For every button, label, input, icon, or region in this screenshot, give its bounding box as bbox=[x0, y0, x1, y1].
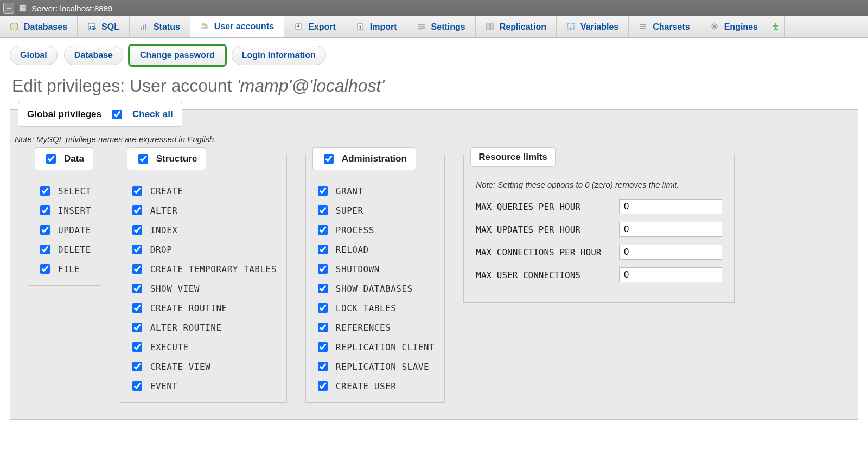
privilege-checkbox[interactable] bbox=[40, 264, 50, 274]
tab-label: Engines bbox=[724, 22, 758, 32]
privilege-checkbox[interactable] bbox=[132, 186, 142, 196]
page-content: Global Database Change password Login In… bbox=[0, 38, 868, 427]
privilege-checkbox[interactable] bbox=[318, 186, 328, 196]
privilege-checkbox[interactable] bbox=[318, 205, 328, 215]
tab-import[interactable]: Import bbox=[346, 16, 407, 37]
tab-more[interactable] bbox=[768, 16, 785, 37]
privilege-checkbox[interactable] bbox=[40, 245, 50, 254]
svg-rect-6 bbox=[141, 27, 142, 30]
users-icon bbox=[200, 22, 210, 31]
admin-group-checkbox[interactable] bbox=[324, 154, 334, 164]
svg-rect-11 bbox=[201, 27, 208, 29]
privilege-label: CREATE VIEW bbox=[150, 362, 210, 372]
privilege-row: SUPER bbox=[316, 204, 435, 217]
data-group-checkbox[interactable] bbox=[46, 154, 56, 164]
tab-databases[interactable]: Databases bbox=[0, 16, 78, 37]
privilege-checkbox[interactable] bbox=[132, 264, 142, 274]
privilege-checkbox[interactable] bbox=[132, 245, 142, 254]
privilege-label: INSERT bbox=[58, 205, 91, 216]
tab-engines[interactable]: Engines bbox=[700, 16, 768, 37]
tab-variables[interactable]: v Variables bbox=[557, 16, 629, 37]
privilege-row: LOCK TABLES bbox=[316, 301, 435, 314]
privilege-label: DELETE bbox=[58, 245, 91, 255]
privilege-label: ALTER ROUTINE bbox=[150, 323, 222, 333]
svg-rect-17 bbox=[487, 24, 489, 29]
privilege-checkbox[interactable] bbox=[132, 225, 142, 235]
title-account: 'mamp'@'localhost' bbox=[237, 76, 384, 95]
tab-user-accounts[interactable]: User accounts bbox=[190, 16, 284, 37]
privilege-checkbox[interactable] bbox=[132, 303, 142, 313]
privilege-row: INDEX bbox=[130, 223, 277, 236]
subtab-login-information[interactable]: Login Information bbox=[232, 46, 326, 65]
resource-limit-input[interactable] bbox=[619, 222, 722, 237]
resource-limit-label: MAX UPDATES PER HOUR bbox=[476, 224, 611, 235]
privilege-checkbox[interactable] bbox=[318, 381, 328, 391]
resource-limit-row: MAX CONNECTIONS PER HOUR bbox=[476, 245, 722, 260]
charsets-icon bbox=[639, 22, 648, 32]
svg-point-9 bbox=[202, 23, 205, 26]
admin-priv-list: GRANTSUPERPROCESSRELOADSHUTDOWNSHOW DATA… bbox=[316, 184, 435, 393]
privilege-checkbox[interactable] bbox=[132, 362, 142, 371]
privilege-checkbox[interactable] bbox=[40, 186, 50, 196]
admin-group-title: Administration bbox=[342, 153, 407, 164]
subtab-change-password[interactable]: Change password bbox=[130, 46, 225, 65]
privilege-checkbox[interactable] bbox=[318, 264, 328, 274]
privilege-checkbox[interactable] bbox=[132, 323, 142, 332]
resource-limit-input[interactable] bbox=[619, 199, 722, 214]
tab-status[interactable]: Status bbox=[130, 16, 190, 37]
svg-point-15 bbox=[422, 25, 423, 27]
nav-arrow-icon[interactable]: → bbox=[3, 3, 14, 14]
resource-limit-input[interactable] bbox=[619, 267, 722, 282]
tab-replication[interactable]: Replication bbox=[476, 16, 557, 37]
databases-icon bbox=[10, 22, 20, 32]
privilege-row: EXECUTE bbox=[130, 340, 277, 353]
subtab-global[interactable]: Global bbox=[10, 46, 58, 65]
privilege-checkbox[interactable] bbox=[132, 381, 142, 391]
privilege-checkbox[interactable] bbox=[318, 342, 328, 352]
replication-icon bbox=[486, 22, 495, 32]
svg-rect-7 bbox=[143, 25, 144, 30]
privilege-checkbox[interactable] bbox=[132, 284, 142, 293]
privilege-checkbox[interactable] bbox=[318, 303, 328, 313]
subtab-database[interactable]: Database bbox=[64, 46, 123, 65]
privilege-row: ALTER bbox=[130, 204, 277, 217]
tab-sql[interactable]: SQL SQL bbox=[78, 16, 130, 37]
tab-label: Databases bbox=[24, 22, 67, 32]
privilege-checkbox[interactable] bbox=[132, 205, 142, 215]
tab-label: User accounts bbox=[214, 22, 274, 31]
resource-limits-rows: MAX QUERIES PER HOURMAX UPDATES PER HOUR… bbox=[476, 199, 722, 282]
resource-limit-row: MAX QUERIES PER HOUR bbox=[476, 199, 722, 214]
resource-limit-input[interactable] bbox=[619, 245, 722, 260]
privilege-checkbox[interactable] bbox=[40, 225, 50, 235]
privilege-row: REPLICATION SLAVE bbox=[316, 360, 435, 373]
server-label[interactable]: Server: localhost:8889 bbox=[31, 4, 112, 13]
tab-label: Charsets bbox=[653, 22, 690, 32]
tab-settings[interactable]: Settings bbox=[407, 16, 476, 37]
structure-group-checkbox[interactable] bbox=[138, 154, 148, 164]
privilege-checkbox[interactable] bbox=[318, 284, 328, 293]
privilege-checkbox[interactable] bbox=[318, 245, 328, 254]
global-privileges-panel: Global privileges Check all Note: MySQL … bbox=[10, 109, 858, 420]
privilege-label: SUPER bbox=[336, 205, 363, 216]
privilege-checkbox[interactable] bbox=[132, 342, 142, 352]
check-all-label[interactable]: Check all bbox=[132, 109, 173, 120]
privilege-row: CREATE TEMPORARY TABLES bbox=[130, 262, 277, 275]
privilege-row: SHOW DATABASES bbox=[316, 282, 435, 295]
privilege-checkbox[interactable] bbox=[318, 362, 328, 371]
svg-rect-0 bbox=[20, 5, 26, 11]
sub-tabs: Global Database Change password Login In… bbox=[10, 46, 858, 65]
privilege-checkbox[interactable] bbox=[318, 323, 328, 332]
tab-export[interactable]: Export bbox=[284, 16, 346, 37]
status-icon bbox=[139, 22, 149, 32]
privilege-checkbox[interactable] bbox=[40, 205, 50, 215]
privilege-row: UPDATE bbox=[38, 223, 91, 236]
privilege-checkbox[interactable] bbox=[318, 225, 328, 235]
privilege-row: CREATE USER bbox=[316, 380, 435, 393]
privilege-row: REPLICATION CLIENT bbox=[316, 340, 435, 353]
tab-charsets[interactable]: Charsets bbox=[629, 16, 700, 37]
check-all-checkbox[interactable] bbox=[112, 110, 122, 119]
sql-icon: SQL bbox=[87, 22, 97, 32]
resource-limit-label: MAX CONNECTIONS PER HOUR bbox=[476, 247, 611, 258]
privilege-label: SELECT bbox=[58, 186, 91, 196]
privilege-label: GRANT bbox=[336, 186, 363, 196]
